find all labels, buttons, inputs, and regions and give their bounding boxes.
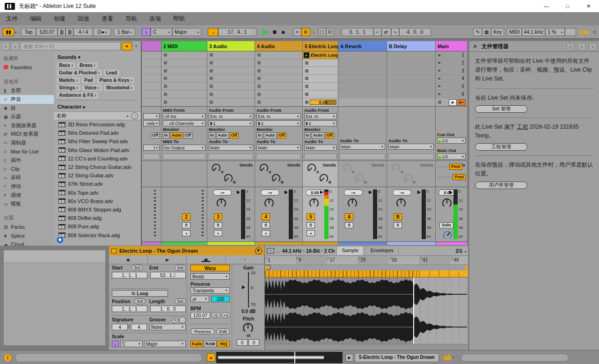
punch-out-button[interactable]: ¬ (391, 28, 399, 36)
pan-knob[interactable] (263, 197, 275, 211)
filter-tag[interactable]: Bass › (57, 62, 75, 68)
pitch-coarse-value[interactable]: 0 (237, 339, 248, 346)
search-input[interactable] (20, 42, 121, 51)
chevron-down-icon[interactable]: ▾ (453, 356, 454, 359)
loop-button[interactable]: ↻ Loop (112, 290, 168, 297)
clip-slot[interactable] (142, 83, 161, 91)
output-type-chooser[interactable]: Main▼ (388, 144, 434, 150)
monitor-off-button[interactable]: Off (230, 132, 239, 138)
loop-toggle-button[interactable]: ⇄ (381, 28, 391, 36)
info-icon[interactable]: i (4, 354, 11, 361)
browser-file-row[interactable]: 37th Street.adv (54, 180, 141, 188)
computer-midi-keyboard-button[interactable]: ▦ (482, 28, 491, 36)
start-value[interactable]: 1. 1. 1 (112, 272, 147, 278)
clip-slot[interactable] (142, 90, 161, 98)
solo-button[interactable]: S (262, 222, 270, 228)
monitor-off-button[interactable]: Off (151, 132, 160, 138)
clip-slot[interactable] (161, 67, 207, 75)
set-length-button[interactable]: Set (175, 298, 186, 304)
browser-back-button[interactable]: ‹ (1, 42, 10, 51)
arm-button[interactable]: ● (214, 230, 222, 236)
filter-tag[interactable]: Ambience & FX › (57, 92, 98, 98)
set-position-button[interactable]: Set (134, 298, 146, 304)
output-type-chooser[interactable]: Main▼ (209, 145, 253, 151)
send-a-knob[interactable] (307, 163, 317, 175)
send-b-knob[interactable] (223, 173, 234, 185)
send-b-post-toggle[interactable]: Post (453, 174, 466, 180)
preserve-chooser[interactable]: Transients▼ (190, 287, 230, 294)
track-activator[interactable]: B (394, 213, 402, 220)
loop-capture-button[interactable]: O (326, 28, 334, 36)
clip-slot[interactable] (255, 83, 302, 91)
menu-导航[interactable]: 导航 (119, 12, 143, 25)
tab-envelopes[interactable]: ◔ (226, 255, 264, 264)
track-header[interactable]: 4 Audio (255, 41, 302, 51)
solo-button[interactable]: S (214, 222, 222, 228)
input-type-chooser[interactable]: Ext. In▼ (256, 113, 301, 119)
warp-marker-strip[interactable] (265, 270, 468, 277)
cue-out-chooser[interactable]: 1/2▼ (437, 138, 466, 144)
filter-tag[interactable]: Piano & Keys › (97, 77, 134, 83)
key-map-button[interactable]: Key (491, 28, 504, 36)
browser-file-row[interactable]: 3D Reso Percussion.adg (54, 120, 141, 129)
clip-slot[interactable] (303, 90, 338, 98)
metronome-button[interactable]: O●▾ (93, 28, 111, 36)
warp-button[interactable]: Warp (190, 265, 230, 271)
clip-stop-row[interactable] (161, 98, 207, 107)
clip-slot[interactable] (207, 90, 255, 98)
clip-stop-row[interactable] (255, 98, 302, 107)
filter-button[interactable]: ▼ (122, 42, 132, 51)
volume-display[interactable]: -∞ (344, 189, 363, 196)
groove-commit-icon[interactable]: ↻ (172, 317, 178, 323)
set-start-button[interactable]: Set (131, 265, 143, 270)
clip-slot[interactable] (161, 51, 207, 59)
monitor-auto-button[interactable]: Auto (170, 132, 183, 138)
ram-toggle[interactable]: RAM (204, 341, 217, 347)
loop-length-field[interactable]: 4. 0. 0 (399, 28, 431, 36)
track-activator[interactable]: 5 (307, 213, 315, 220)
arm-button[interactable]: ● (307, 230, 315, 236)
hamburger-menu-icon[interactable]: ≡ (592, 29, 596, 36)
monitor-auto-button[interactable]: Auto (216, 132, 229, 138)
solo-button[interactable]: Solo (439, 222, 453, 228)
monitor-off-button[interactable]: Off (278, 132, 286, 138)
clip-activator-icon[interactable] (111, 248, 117, 254)
loop-start-field[interactable]: 3. 1. 1 (342, 28, 373, 36)
manage-project-button[interactable]: 工程管理 (475, 143, 527, 151)
punch-in-button[interactable]: ⌐ (373, 28, 381, 36)
browser-file-row[interactable]: 5ths Detuned Pad.adv (54, 129, 141, 137)
root-note-chooser[interactable]: C▾ (151, 28, 172, 36)
send-b-knob[interactable] (319, 173, 329, 185)
transient-loop-mode-chooser[interactable]: ⇄▼ (190, 296, 209, 302)
sidebar-item-max[interactable]: ◇Max for Live (0, 147, 54, 156)
clip-slot[interactable] (161, 59, 207, 67)
filter-group-header[interactable]: Sounds ▾ (58, 54, 138, 60)
clip-stop-row[interactable] (338, 98, 387, 107)
sidebar-item-tuning[interactable]: ≠调律 (0, 191, 54, 200)
cue-volume-knob[interactable] (442, 230, 453, 242)
sidebar-item-favorites[interactable]: Favorites (0, 63, 54, 72)
gain-slider[interactable] (248, 272, 249, 307)
monitor-off-button[interactable]: Off (184, 132, 193, 138)
pan-knob[interactable] (216, 197, 227, 211)
end-value[interactable]: 53. 1.2 (150, 272, 186, 278)
clip-stop-row[interactable]: |▶▶≡ (436, 98, 467, 107)
volume-fader-handle[interactable] (320, 190, 323, 194)
volume-fader-handle[interactable] (369, 190, 372, 194)
double-tempo-button[interactable]: ×2 (221, 312, 230, 318)
session-record-button[interactable]: ⊚ (301, 28, 310, 36)
input-type-chooser[interactable]: ▼ (143, 113, 160, 119)
edit-button[interactable]: Edit (216, 328, 230, 335)
home-icon[interactable]: ⌂ (566, 43, 575, 51)
sidebar-item-groove[interactable]: ≈律动 (0, 182, 54, 191)
sidebar-item-barcode[interactable]: |||全部 (0, 87, 54, 95)
menu-回放[interactable]: 回放 (72, 12, 95, 25)
arm-button[interactable]: ● (262, 230, 270, 236)
input-channel-chooser[interactable]: nels▼ (143, 120, 160, 126)
loop-end-marker[interactable] (464, 265, 468, 270)
track-header[interactable]: 3 Audio (207, 41, 255, 51)
send-a-knob[interactable] (391, 163, 401, 175)
signature-numerator[interactable]: 4 (112, 324, 128, 330)
cpu-load-chooser[interactable]: 1 %▾ (545, 28, 565, 36)
quantize-chooser[interactable]: 1 Bar▾ (114, 28, 135, 36)
